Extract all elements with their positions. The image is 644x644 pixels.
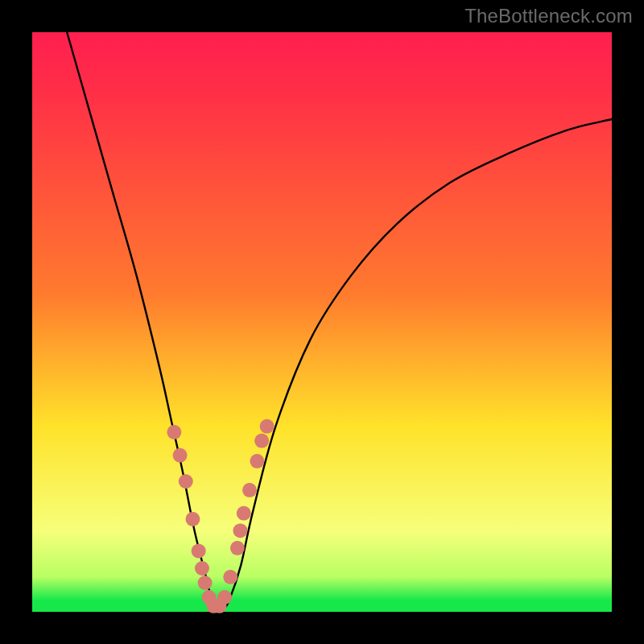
highlight-dot [254, 434, 269, 448]
highlight-dot [250, 454, 264, 469]
highlight-dots-group [167, 419, 274, 613]
highlight-dot [167, 425, 181, 440]
highlight-dot [237, 506, 251, 521]
highlight-dot [223, 570, 237, 584]
highlight-dot [173, 448, 188, 463]
highlight-dot [230, 541, 245, 555]
highlight-dot [185, 512, 200, 526]
highlight-dot [217, 590, 232, 605]
plot-area [32, 32, 612, 612]
highlight-dot [233, 523, 247, 538]
highlight-dot [179, 474, 193, 489]
chart-frame: TheBottleneck.com [0, 0, 644, 644]
curve-svg [32, 32, 612, 612]
highlight-dot [192, 543, 206, 558]
highlight-dot [198, 576, 213, 590]
watermark-text: TheBottleneck.com [464, 5, 633, 27]
highlight-dot [195, 561, 209, 576]
bottleneck-curve [67, 32, 612, 610]
highlight-dot [260, 419, 275, 434]
highlight-dot [242, 483, 257, 497]
